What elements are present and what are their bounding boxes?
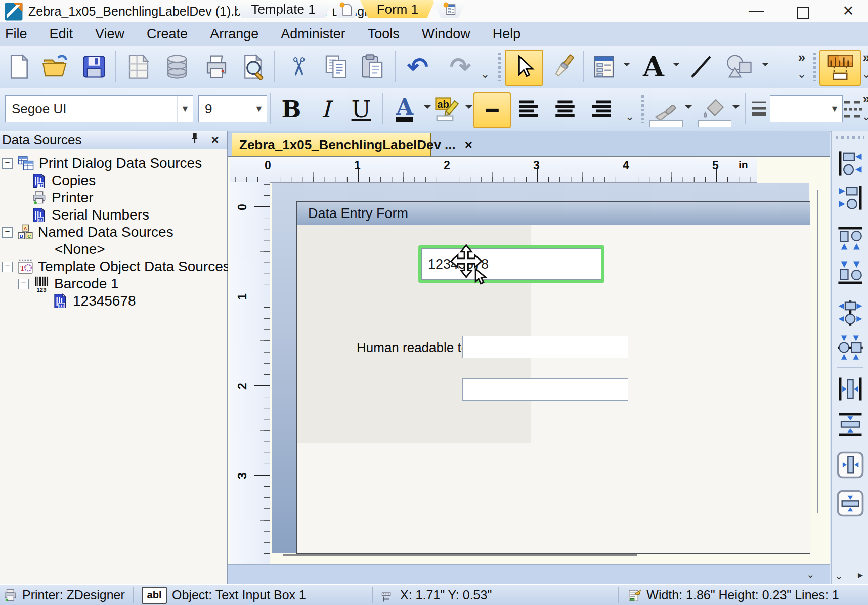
italic-button[interactable]: I — [312, 92, 340, 126]
document-tab-close-icon[interactable]: × — [465, 137, 472, 153]
alignment-overflow-down[interactable]: ⌄ — [835, 570, 843, 582]
tree-item-print-dialog-data-sources[interactable]: − Print Dialog Data Sources — [2, 155, 202, 172]
print-preview-button[interactable] — [236, 50, 270, 84]
new-document-button[interactable] — [2, 50, 36, 84]
minimize-button[interactable]: — — [740, 2, 772, 20]
select-tool-button[interactable] — [505, 50, 543, 86]
pin-icon[interactable] — [186, 132, 203, 148]
collapse-icon[interactable]: − — [2, 227, 13, 238]
menu-view[interactable]: View — [95, 24, 124, 44]
format-painter-button[interactable] — [546, 50, 581, 84]
format-overflow-down[interactable]: ⌄ — [860, 110, 868, 123]
tab-scroll-down-icon[interactable]: ⌄ — [806, 568, 815, 580]
align-right-button[interactable] — [585, 92, 618, 126]
align-center-vertical-axis-button[interactable] — [836, 298, 865, 328]
bold-button[interactable]: B — [276, 92, 307, 126]
center-vertically-button[interactable] — [836, 410, 865, 439]
save-button[interactable] — [77, 50, 111, 84]
copy-button[interactable] — [319, 50, 353, 84]
center-horizontally-button[interactable] — [836, 374, 865, 404]
center-in-form-horizontal-button[interactable] — [836, 450, 865, 480]
line-weight-combo[interactable]: ▼ — [770, 95, 843, 122]
text-highlight-button[interactable]: ab — [431, 92, 463, 126]
fill-color-dropdown[interactable] — [732, 105, 740, 112]
cut-button[interactable]: ✂ — [281, 50, 316, 84]
toolbar-overflow-right2[interactable]: » — [860, 50, 868, 65]
human-readable-label[interactable]: Human readable text — [357, 340, 479, 356]
align-center-button[interactable] — [548, 92, 582, 126]
data-entry-form-window[interactable]: Data Entry Form Enter Data: 12345678 Hum… — [296, 201, 810, 554]
alignment-toolbar-handle[interactable] — [836, 136, 864, 139]
center-in-form-vertical-button[interactable] — [836, 489, 865, 518]
font-size-dropdown[interactable]: ▼ — [251, 96, 267, 122]
human-readable-input[interactable] — [462, 336, 628, 358]
menu-arrange[interactable]: Arrange — [210, 24, 258, 44]
shape-tool-button[interactable] — [719, 50, 760, 84]
collapse-icon[interactable]: − — [2, 262, 13, 272]
collapse-icon[interactable]: − — [18, 279, 29, 289]
menu-help[interactable]: Help — [493, 24, 521, 44]
menu-create[interactable]: Create — [147, 24, 188, 44]
highlight-dropdown[interactable] — [465, 105, 472, 112]
text-tool-button[interactable]: A — [636, 50, 671, 84]
tree-item-printer[interactable]: Printer — [31, 189, 93, 206]
menu-file[interactable]: File — [5, 24, 27, 44]
text-tool-dropdown[interactable] — [673, 63, 680, 70]
font-color-button[interactable]: A — [388, 92, 421, 126]
tree-item-none[interactable]: <None> — [55, 241, 105, 258]
extra-input[interactable] — [462, 378, 628, 401]
font-name-combo[interactable]: Segoe UI ▼ — [5, 95, 193, 122]
form-control-tool-button[interactable] — [587, 50, 621, 84]
paste-button[interactable] — [355, 50, 389, 84]
menu-administer[interactable]: Administer — [281, 24, 345, 44]
align-left-button[interactable] — [512, 92, 545, 126]
shape-tool-dropdown[interactable] — [762, 63, 769, 70]
form-properties-button[interactable] — [819, 50, 861, 86]
print-button[interactable] — [199, 50, 234, 84]
font-color-dropdown[interactable] — [424, 105, 431, 112]
underline-button[interactable]: U — [346, 92, 376, 126]
toolbar-drag-handle2[interactable] — [813, 53, 816, 81]
toolbar-overflow-down2[interactable]: ⌄ — [795, 68, 808, 81]
line-color-dropdown[interactable] — [685, 105, 692, 112]
line-weight-dropdown[interactable]: ▼ — [827, 96, 842, 122]
tree-item-serial-numbers[interactable]: BT Serial Numbers — [31, 206, 149, 224]
menu-tools[interactable]: Tools — [368, 24, 400, 44]
form-control-dropdown[interactable] — [623, 63, 630, 70]
undo-button[interactable]: ↶ — [401, 50, 435, 84]
tab-template-1[interactable]: Template 1 — [234, 0, 333, 18]
toolbar-overflow-down3[interactable]: ⌄ — [860, 68, 868, 81]
single-line-button[interactable] — [473, 92, 511, 128]
page-setup-button[interactable] — [121, 50, 156, 84]
database-button[interactable] — [160, 50, 194, 84]
status-printer-text[interactable]: Printer: ZDesigner ZD42( — [22, 588, 127, 602]
panel-close-icon[interactable]: × — [206, 132, 224, 148]
tree-item-barcode-1[interactable]: − 123 Barcode 1 — [18, 275, 119, 292]
tree-item-template-object-data-sources[interactable]: − T Template Object Data Sources — [2, 258, 230, 275]
toolbar-overflow-right[interactable]: » — [795, 50, 808, 65]
tree-item-12345678[interactable]: BT 12345678 — [53, 292, 136, 310]
align-left-edges-button[interactable] — [836, 149, 865, 178]
align-center-horizontal-axis-button[interactable] — [836, 333, 865, 362]
align-overflow-down[interactable]: ⌄ — [623, 110, 636, 123]
align-right-edges-button[interactable] — [836, 183, 865, 212]
align-top-edges-button[interactable] — [836, 224, 865, 253]
format-overflow-right[interactable]: » — [860, 91, 868, 107]
redo-button[interactable]: ↷ — [443, 50, 478, 84]
close-button[interactable]: × — [832, 2, 864, 20]
font-name-dropdown[interactable]: ▼ — [177, 96, 193, 122]
line-tool-button[interactable] — [684, 50, 718, 84]
alignment-overflow-right[interactable]: ▸ — [858, 569, 863, 581]
maximize-button[interactable] — [786, 0, 818, 20]
menu-window[interactable]: Window — [422, 24, 470, 44]
open-button[interactable] — [38, 50, 73, 84]
font-size-combo[interactable]: 9 ▼ — [198, 95, 267, 122]
toolbar-drag-handle[interactable] — [498, 53, 501, 81]
collapse-icon[interactable]: − — [2, 158, 13, 169]
design-canvas[interactable]: 0 1 2 3 4 5 in 0 1 2 3 Data Entry Form E… — [228, 157, 830, 564]
tree-item-copies[interactable]: BT Copies — [31, 172, 96, 189]
menu-edit[interactable]: Edit — [50, 24, 73, 44]
toolbar-overflow-down[interactable]: ⌄ — [479, 68, 492, 81]
form-scrollbar-track[interactable] — [817, 190, 818, 513]
toolbar-drag-handle3[interactable] — [641, 95, 644, 123]
